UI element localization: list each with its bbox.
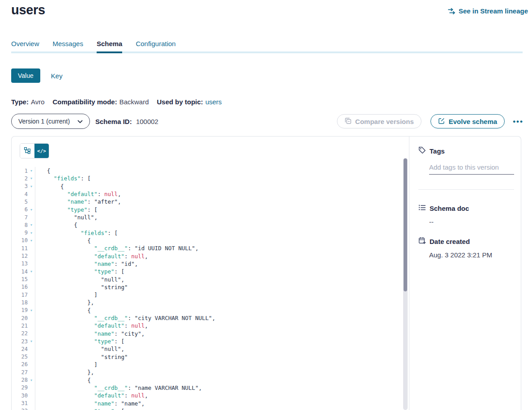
code-text: "fields": [ xyxy=(35,175,91,182)
code-line: 16 "string" xyxy=(12,283,409,291)
code-text: "__crdb__": "id UUID NOT NULL", xyxy=(35,245,199,252)
collapse-toggle[interactable]: ▾ xyxy=(28,239,35,243)
code-line: 31 "name": "name", xyxy=(12,399,409,407)
tab-configuration[interactable]: Configuration xyxy=(136,40,175,51)
tag-icon xyxy=(418,146,426,156)
collapse-toggle[interactable]: ▾ xyxy=(28,208,35,212)
code-text: { xyxy=(35,222,77,228)
code-line: 22 "name": "city", xyxy=(12,330,409,337)
code-line: 28▾ { xyxy=(12,376,409,384)
code-text: { xyxy=(35,307,91,314)
scrollbar[interactable] xyxy=(403,158,408,410)
code-text: }, xyxy=(35,299,94,306)
schema-doc-section: Schema doc -- xyxy=(418,204,514,226)
code-text: "type": [ xyxy=(35,268,124,275)
collapse-toggle[interactable]: ▾ xyxy=(28,231,35,235)
value-toggle-button[interactable]: Value xyxy=(11,68,40,83)
code-text: "__crdb__": "city VARCHAR NOT NULL", xyxy=(35,315,215,321)
collapse-toggle[interactable]: ▾ xyxy=(28,269,35,273)
code-text: "fields": [ xyxy=(35,230,118,236)
line-number: 25 xyxy=(12,354,28,360)
line-number: 6 xyxy=(12,206,28,213)
code-line: 24 "null", xyxy=(12,345,409,353)
code-line: 9▾ "fields": [ xyxy=(12,229,409,237)
line-number: 11 xyxy=(12,245,28,252)
calendar-plus-icon xyxy=(418,237,426,246)
key-toggle-button[interactable]: Key xyxy=(51,72,63,80)
collapse-toggle[interactable]: ▾ xyxy=(28,378,35,382)
tab-overview[interactable]: Overview xyxy=(11,40,39,51)
evolve-schema-button[interactable]: Evolve schema xyxy=(430,114,505,128)
line-number: 20 xyxy=(12,315,28,321)
code-line: 19▾ { xyxy=(12,307,409,314)
code-text: "__crdb__": "name VARCHAR NULL", xyxy=(35,384,202,391)
meta-label: Used by topic: xyxy=(157,98,203,106)
collapse-toggle[interactable]: ▾ xyxy=(28,339,35,343)
collapse-toggle[interactable]: ▾ xyxy=(28,169,35,173)
version-select[interactable]: Version 1 (current) xyxy=(11,114,90,129)
code-line: 1▾{ xyxy=(12,167,409,175)
code-view-button[interactable]: </> xyxy=(34,144,49,158)
line-number: 16 xyxy=(12,284,28,290)
line-number: 30 xyxy=(12,393,28,399)
compare-versions-button[interactable]: Compare versions xyxy=(337,114,421,128)
code-text: ] xyxy=(35,361,98,368)
code-text: "name": "city", xyxy=(35,330,145,337)
schema-doc-title: Schema doc xyxy=(430,205,469,213)
code-line: 32▾ "type": [ xyxy=(12,407,409,410)
code-icon: </> xyxy=(37,148,46,154)
scrollbar-thumb[interactable] xyxy=(404,158,407,291)
code-line: 5 "name": "after", xyxy=(12,198,409,205)
line-number: 28 xyxy=(12,377,28,383)
line-number: 3 xyxy=(12,183,28,189)
code-line: 6▾ "type": [ xyxy=(12,206,409,214)
line-number: 1 xyxy=(12,168,28,174)
code-text: { xyxy=(35,183,64,190)
schema-doc-value: -- xyxy=(429,218,514,226)
more-options-button[interactable]: ••• xyxy=(512,116,524,127)
tab-bar: OverviewMessagesSchemaConfiguration xyxy=(11,40,523,53)
see-in-stream-lineage-link[interactable]: See in Stream lineage xyxy=(447,7,528,15)
tabs-underline xyxy=(11,51,523,53)
line-number: 14 xyxy=(12,269,28,275)
meta-value: Avro xyxy=(31,98,45,106)
line-number: 13 xyxy=(12,261,28,267)
tags-input[interactable] xyxy=(429,163,514,175)
tags-title: Tags xyxy=(430,147,445,155)
code-text: "type": [ xyxy=(35,338,124,345)
code-text: ] xyxy=(35,291,98,298)
meta-label: Compatibility mode: xyxy=(52,98,117,106)
code-line: 11 "__crdb__": "id UUID NOT NULL", xyxy=(12,244,409,252)
code-text: "default": null, xyxy=(35,392,148,399)
date-created-section: Date created Aug. 3 2022 3:21 PM xyxy=(418,237,514,259)
line-number: 22 xyxy=(12,330,28,337)
meta-item: Compatibility mode:Backward xyxy=(52,98,149,106)
code-text: "null", xyxy=(35,214,98,221)
tree-view-button[interactable] xyxy=(20,144,34,158)
collapse-toggle[interactable]: ▾ xyxy=(28,308,35,312)
tags-section: Tags xyxy=(418,146,514,175)
code-line: 27 }, xyxy=(12,368,409,376)
line-number: 18 xyxy=(12,299,28,306)
version-controls: Version 1 (current) Schema ID: 100002 Co… xyxy=(11,114,524,129)
line-number: 31 xyxy=(12,400,28,406)
list-icon xyxy=(418,204,426,213)
version-select-value: Version 1 (current) xyxy=(18,118,70,125)
compare-versions-label: Compare versions xyxy=(355,118,414,125)
code-line: 13 "name": "id", xyxy=(12,260,409,268)
code-line: 20 "__crdb__": "city VARCHAR NOT NULL", xyxy=(12,314,409,322)
code-text: "null", xyxy=(35,276,124,283)
schema-id-value: 100002 xyxy=(136,118,158,125)
line-number: 21 xyxy=(12,323,28,329)
code-text: "name": "name", xyxy=(35,400,145,407)
tab-schema[interactable]: Schema xyxy=(97,40,123,51)
tab-messages[interactable]: Messages xyxy=(53,40,83,51)
code-text: "default": null, xyxy=(35,253,148,260)
used-by-topic-link[interactable]: users xyxy=(205,98,222,106)
schema-page: users See in Stream lineage OverviewMess… xyxy=(0,0,532,410)
collapse-toggle[interactable]: ▾ xyxy=(28,176,35,180)
code-line: 26 ] xyxy=(12,361,409,368)
collapse-toggle[interactable]: ▾ xyxy=(28,184,35,188)
collapse-toggle[interactable]: ▾ xyxy=(28,223,35,227)
code-text: }, xyxy=(35,369,94,376)
